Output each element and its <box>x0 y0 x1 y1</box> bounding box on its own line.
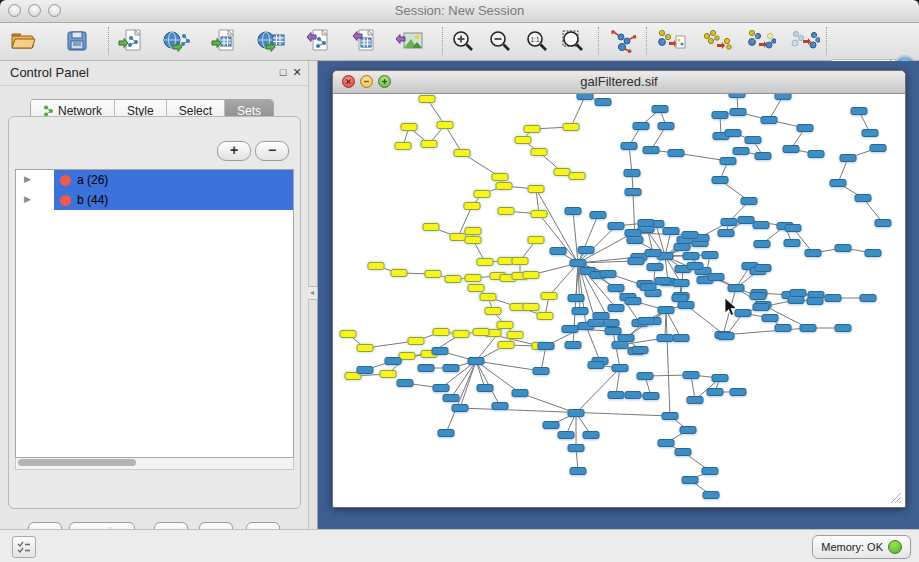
graph-node[interactable] <box>753 304 769 311</box>
graph-node[interactable] <box>465 275 481 282</box>
graph-node[interactable] <box>588 320 604 327</box>
graph-node[interactable] <box>761 117 777 124</box>
graph-node[interactable] <box>497 322 513 329</box>
graph-node[interactable] <box>565 342 581 349</box>
graph-node[interactable] <box>640 284 656 291</box>
graph-edge[interactable] <box>666 310 670 416</box>
graph-node[interactable] <box>595 99 611 106</box>
graph-node[interactable] <box>775 94 791 100</box>
graph-node[interactable] <box>368 263 384 270</box>
graph-node[interactable] <box>785 225 801 232</box>
graph-node[interactable] <box>682 477 698 484</box>
graph-node[interactable] <box>790 290 806 297</box>
graph-node[interactable] <box>568 410 584 417</box>
graph-node[interactable] <box>755 153 771 160</box>
graph-node[interactable] <box>421 141 437 148</box>
float-panel-icon[interactable]: □ <box>276 66 290 78</box>
graph-node[interactable] <box>643 147 659 154</box>
graph-node[interactable] <box>762 315 778 322</box>
graph-node[interactable] <box>433 385 449 392</box>
graph-node[interactable] <box>340 331 356 338</box>
graph-node[interactable] <box>702 252 718 259</box>
graph-node[interactable] <box>643 393 659 400</box>
graph-node[interactable] <box>625 189 641 196</box>
graph-node[interactable] <box>357 345 373 352</box>
graph-edge[interactable] <box>476 361 541 371</box>
graph-node[interactable] <box>454 150 470 157</box>
graph-edge[interactable] <box>633 233 690 235</box>
resize-grip-icon[interactable] <box>888 490 901 503</box>
graph-node[interactable] <box>477 385 493 392</box>
graph-node[interactable] <box>523 304 539 311</box>
graph-node[interactable] <box>558 432 574 439</box>
graph-node[interactable] <box>565 208 581 215</box>
graph-node[interactable] <box>465 228 481 235</box>
graph-node[interactable] <box>875 220 891 227</box>
graph-node[interactable] <box>496 183 512 190</box>
graph-node[interactable] <box>578 247 594 254</box>
graph-node[interactable] <box>570 468 586 475</box>
graph-node[interactable] <box>862 130 878 137</box>
graph-node[interactable] <box>755 265 771 272</box>
graph-node[interactable] <box>784 240 800 247</box>
graph-node[interactable] <box>683 253 699 260</box>
graph-node[interactable] <box>433 329 449 336</box>
zoom-selected-button[interactable] <box>558 27 588 55</box>
graph-edge[interactable] <box>571 96 585 127</box>
graph-node[interactable] <box>807 298 823 305</box>
graph-node[interactable] <box>401 124 417 131</box>
graph-node[interactable] <box>395 143 411 150</box>
graph-node[interactable] <box>855 195 871 202</box>
set-row[interactable]: ▶b (44) <box>16 190 293 210</box>
graph-node[interactable] <box>783 146 799 153</box>
graph-node[interactable] <box>437 122 453 129</box>
graph-node[interactable] <box>674 244 690 251</box>
graph-node[interactable] <box>625 298 641 305</box>
add-set-button[interactable]: + <box>217 141 251 161</box>
graph-node[interactable] <box>419 96 435 103</box>
graph-node[interactable] <box>600 271 616 278</box>
graph-node[interactable] <box>658 440 674 447</box>
close-panel-icon[interactable]: ✕ <box>290 66 304 79</box>
graph-node[interactable] <box>443 395 459 402</box>
graph-node[interactable] <box>805 250 821 257</box>
graph-node[interactable] <box>485 308 501 315</box>
expand-triangle-icon[interactable]: ▶ <box>24 174 31 184</box>
graph-edge[interactable] <box>576 368 620 413</box>
import-network-file-button[interactable] <box>116 27 146 55</box>
graph-node[interactable] <box>625 392 641 399</box>
graph-node[interactable] <box>425 271 441 278</box>
zoom-out-button[interactable] <box>485 27 515 55</box>
graph-node[interactable] <box>775 325 791 332</box>
graph-node[interactable] <box>707 389 723 396</box>
graph-node[interactable] <box>662 413 678 420</box>
graph-node[interactable] <box>870 145 886 152</box>
graph-node[interactable] <box>562 326 578 333</box>
graph-node[interactable] <box>512 390 528 397</box>
zoom-fit-button[interactable]: 1:1 <box>522 27 552 55</box>
hscrollbar-thumb[interactable] <box>18 459 136 466</box>
graph-node[interactable] <box>438 430 454 437</box>
graph-node[interactable] <box>523 272 539 279</box>
graph-node[interactable] <box>673 280 689 287</box>
graph-node[interactable] <box>423 224 439 231</box>
graph-node[interactable] <box>432 348 448 355</box>
graph-node[interactable] <box>647 264 663 271</box>
graph-node[interactable] <box>673 335 689 342</box>
graph-node[interactable] <box>645 250 661 257</box>
graph-node[interactable] <box>608 223 624 230</box>
graph-node[interactable] <box>498 208 514 215</box>
graph-node[interactable] <box>569 173 585 180</box>
graph-node[interactable] <box>418 365 434 372</box>
graph-node[interactable] <box>593 313 609 320</box>
graph-node[interactable] <box>627 237 643 244</box>
graph-node[interactable] <box>721 219 737 226</box>
graph-node[interactable] <box>357 367 373 374</box>
graph-node[interactable] <box>652 106 668 113</box>
graph-node[interactable] <box>507 332 523 339</box>
graph-node[interactable] <box>385 358 401 365</box>
graph-node[interactable] <box>628 258 644 265</box>
export-table-button[interactable] <box>349 27 379 55</box>
graph-edge[interactable] <box>578 215 598 263</box>
graph-node[interactable] <box>570 260 586 267</box>
